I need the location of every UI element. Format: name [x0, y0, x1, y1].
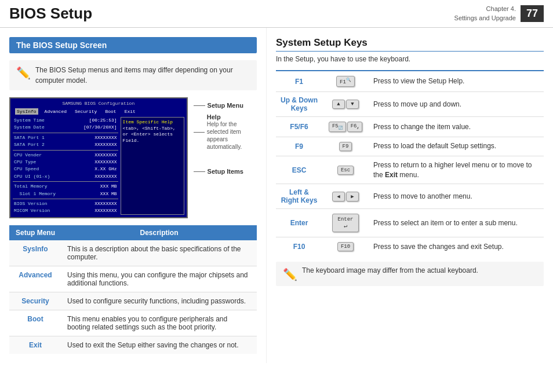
- table-row: Advanced Using this menu, you can config…: [9, 266, 257, 292]
- table-cell-desc: Used to configure security functions, in…: [61, 292, 257, 310]
- bios-row-totalmem: Total Memory XXX MB: [13, 183, 118, 190]
- right-panel: System Setup Keys In the Setup, you have…: [267, 28, 553, 363]
- table-col-desc: Description: [61, 225, 257, 240]
- key-esc-btn: Esc: [337, 166, 354, 175]
- bios-screen: SAMSUNG BIOS Configuration SysInfo Advan…: [9, 97, 188, 218]
- keys-table-row: F10 F10 Press to save the changes and ex…: [276, 237, 544, 257]
- bios-row-sysdate: System Date [07/30/20XX]: [13, 124, 118, 131]
- label-line2: [194, 132, 205, 133]
- table-cell-desc: Used to exit the Setup either saving the…: [61, 336, 257, 354]
- key-name-cell: F10: [276, 237, 322, 257]
- key-desc-cell: Press to select an item or to enter a su…: [369, 209, 544, 237]
- bios-row-sata1: SATA Port 1 XXXXXXXX: [13, 134, 118, 141]
- bios-row-cpuvend: CPU Vender XXXXXXXX: [13, 152, 118, 159]
- chapter-num: 77: [521, 5, 544, 22]
- bios-sep2: [13, 150, 118, 151]
- keys-table-row: F1 F1🔍 Press to view the Setup Help.: [276, 71, 544, 92]
- key-visual-cell: Enter↵: [322, 209, 369, 237]
- label-help: Help Help for the selected item appears …: [194, 113, 257, 151]
- bios-title: SAMSUNG BIOS Configuration: [13, 101, 184, 106]
- table-cell-desc: This menu enables you to configure perip…: [61, 310, 257, 336]
- bios-help-title: Item Specific Help: [123, 119, 182, 124]
- table-col-menu: Setup Menu: [9, 225, 61, 240]
- key-name-cell: Enter: [276, 209, 322, 237]
- key-left-btn: ◀: [332, 192, 345, 202]
- key-name-cell: ESC: [276, 156, 322, 184]
- key-desc-cell: Press to return to a higher level menu o…: [369, 156, 544, 184]
- label-setup-items: Setup Items: [194, 168, 257, 175]
- left-panel: The BIOS Setup Screen ✏️ The BIOS Setup …: [0, 28, 267, 363]
- keys-table-row: Left & Right Keys ◀▶ Press to move to an…: [276, 184, 544, 209]
- keys-table-row: Up & Down Keys ▲▼ Press to move up and d…: [276, 92, 544, 117]
- key-desc-cell: Press to save the changes and exit Setup…: [369, 237, 544, 257]
- table-row: Exit Used to exit the Setup either savin…: [9, 336, 257, 354]
- key-f5-btn: F5🔄: [329, 122, 346, 132]
- main-content: The BIOS Setup Screen ✏️ The BIOS Setup …: [0, 28, 553, 363]
- key-visual-cell: ◀▶: [322, 184, 369, 209]
- setup-menu-label: Setup Menu: [208, 102, 243, 109]
- table-row: Security Used to configure security func…: [9, 292, 257, 310]
- page-title: BIOS Setup: [9, 5, 454, 23]
- table-cell-menu: Security: [9, 292, 61, 310]
- chapter-sub: Settings and Upgrade: [454, 14, 516, 21]
- keys-table-row: ESC Esc Press to return to a higher leve…: [276, 156, 544, 184]
- bios-info-col: System Time [00:25:53] System Date [07/3…: [13, 117, 118, 215]
- bios-menu-exit[interactable]: Exit: [123, 108, 137, 115]
- table-row: Boot This menu enables you to configure …: [9, 310, 257, 336]
- bios-menu-sysinfo[interactable]: SysInfo: [15, 108, 38, 115]
- key-visual-cell: Esc: [322, 156, 369, 184]
- bios-row-biosver: BIOS Version XXXXXXXX: [13, 200, 118, 207]
- label-line3: [194, 171, 205, 172]
- bios-help-box: Item Specific Help <tab>, <Shift-Tab>, o…: [121, 117, 184, 215]
- key-f1-btn: F1🔍: [336, 76, 355, 87]
- label-line: [194, 105, 205, 106]
- table-cell-menu: SysInfo: [9, 240, 61, 266]
- bios-screen-section: SAMSUNG BIOS Configuration SysInfo Advan…: [9, 97, 257, 218]
- bios-menu-boot[interactable]: Boot: [103, 108, 118, 115]
- key-name-cell: F5/F6: [276, 117, 322, 137]
- bios-help-text: <tab>, <Shift-Tab>, or <Enter> selects F…: [123, 126, 182, 144]
- table-cell-menu: Exit: [9, 336, 61, 354]
- chapter-label: Chapter 4.: [486, 5, 516, 12]
- bios-row-sata2: SATA Port 2 XXXXXXXX: [13, 141, 118, 148]
- bios-menu-bar: SysInfo Advanced Security Boot Exit: [13, 107, 184, 116]
- key-name-cell: Up & Down Keys: [276, 92, 322, 117]
- bios-row-slot1: Slot 1 Memory XXX MB: [13, 190, 118, 197]
- key-desc-cell: Press to move to another menu.: [369, 184, 544, 209]
- right-section-title: System Setup Keys: [276, 37, 544, 52]
- key-visual-cell: ▲▼: [322, 92, 369, 117]
- bios-sep4: [13, 199, 118, 199]
- key-desc-cell: Press to change the item value.: [369, 117, 544, 137]
- key-up-btn: ▲: [332, 100, 345, 109]
- bios-row-micomver: MICOM Version XXXXXXXX: [13, 207, 118, 214]
- bios-sep1: [13, 133, 118, 133]
- note-icon: ✏️: [16, 66, 31, 80]
- table-cell-desc: This is a description about the basic sp…: [61, 240, 257, 266]
- bios-menu-security[interactable]: Security: [73, 108, 99, 115]
- left-section-title: The BIOS Setup Screen: [9, 37, 257, 53]
- key-name-cell: F9: [276, 137, 322, 156]
- table-cell-desc: Using this menu, you can configure the m…: [61, 266, 257, 292]
- bios-row-cpuspeed: CPU Speed X.XX GHz: [13, 166, 118, 173]
- bios-menu-advanced[interactable]: Advanced: [43, 108, 68, 115]
- key-right-btn: ▶: [346, 192, 359, 202]
- keys-table-row: Enter Enter↵ Press to select an item or …: [276, 209, 544, 237]
- keys-table-row: F9 F9 Press to load the default Setup se…: [276, 137, 544, 156]
- key-desc-cell: Press to move up and down.: [369, 92, 544, 117]
- chapter-info: Chapter 4. Settings and Upgrade: [454, 5, 516, 23]
- help-title-label: Help: [207, 113, 257, 120]
- note-text: The BIOS Setup menus and items may diffe…: [35, 65, 250, 86]
- note-box: ✏️ The BIOS Setup menus and items may di…: [9, 60, 257, 90]
- note-bottom-icon: ✏️: [283, 268, 297, 281]
- note-bottom-text: The keyboard image may differ from the a…: [302, 266, 478, 274]
- key-f10-btn: F10: [337, 242, 354, 251]
- key-name-cell: F1: [276, 71, 322, 92]
- setup-items-label: Setup Items: [208, 168, 243, 175]
- key-f9-btn: F9: [339, 142, 352, 151]
- key-down-btn: ▼: [346, 100, 359, 109]
- note-bottom: ✏️ The keyboard image may differ from th…: [276, 262, 544, 286]
- table-row: SysInfo This is a description about the …: [9, 240, 257, 266]
- right-intro: In the Setup, you have to use the keyboa…: [276, 55, 544, 63]
- keys-table: F1 F1🔍 Press to view the Setup Help. Up …: [276, 70, 544, 256]
- table-cell-menu: Boot: [9, 310, 61, 336]
